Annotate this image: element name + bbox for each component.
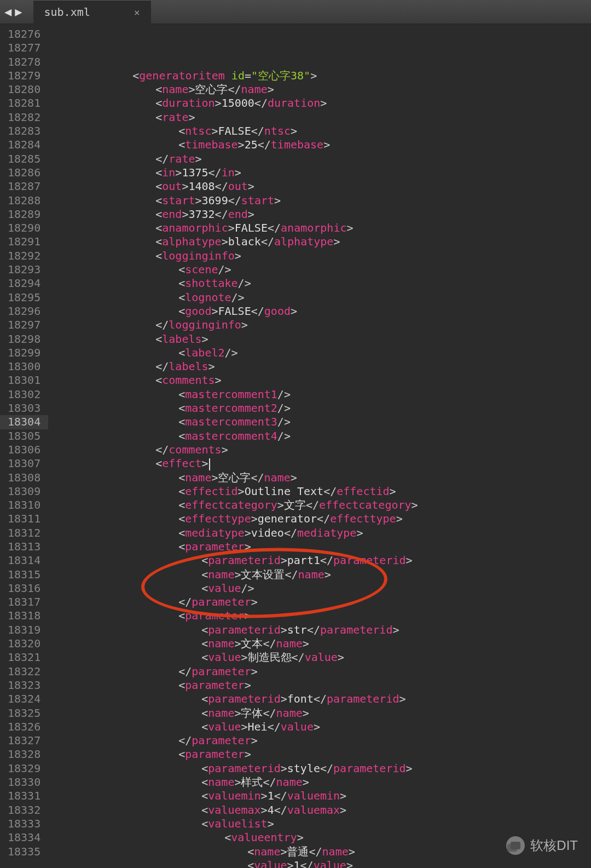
code-line[interactable]: <effectcategory>文字</effectcategory> — [50, 498, 591, 512]
code-line[interactable]: </parameter> — [50, 734, 591, 748]
code-line[interactable]: <value>1</value> — [50, 859, 591, 868]
line-number-gutter: 1827618277182781827918280182811828218283… — [0, 24, 48, 868]
code-editor[interactable]: 1827618277182781827918280182811828218283… — [0, 24, 591, 868]
code-line[interactable]: <generatoritem id="空心字38"> — [50, 69, 591, 83]
code-line[interactable]: </rate> — [50, 152, 591, 166]
line-number: 18332 — [8, 803, 40, 817]
code-line[interactable]: <mastercomment1/> — [50, 388, 591, 401]
code-line[interactable]: <in>1375</in> — [50, 166, 591, 180]
code-line[interactable]: <value>制造民怨</value> — [50, 651, 591, 664]
code-line[interactable]: <parameterid>str</parameterid> — [50, 623, 591, 637]
code-line[interactable]: <scene/> — [50, 263, 591, 277]
line-number: 18276 — [8, 27, 40, 41]
watermark-text: 软核DIT — [530, 837, 578, 854]
code-line[interactable]: <mastercomment4/> — [50, 429, 591, 443]
code-line[interactable]: <parameterid>part1</parameterid> — [50, 554, 591, 567]
code-line[interactable]: <parameterid>style</parameterid> — [50, 762, 591, 775]
line-number: 18283 — [8, 124, 40, 138]
line-number: 18292 — [8, 249, 40, 263]
line-number: 18291 — [8, 235, 40, 249]
line-number: 18282 — [8, 111, 40, 124]
line-number: 18333 — [8, 817, 40, 831]
code-line[interactable]: <timebase>25</timebase> — [50, 138, 591, 152]
code-line[interactable]: <comments> — [50, 373, 591, 387]
line-number: 18328 — [8, 748, 40, 761]
forward-icon[interactable]: ▶ — [15, 5, 22, 19]
code-line[interactable]: <effect> — [50, 457, 591, 470]
code-line[interactable]: <name>样式</name> — [50, 775, 591, 789]
line-number: 18325 — [8, 706, 40, 720]
code-line[interactable]: <name>文本</name> — [50, 637, 591, 651]
line-number: 18331 — [8, 789, 40, 803]
code-line[interactable]: <parameter> — [50, 748, 591, 761]
line-number: 18334 — [8, 831, 40, 844]
code-line[interactable]: <mastercomment2/> — [50, 401, 591, 415]
line-number: 18304 — [0, 415, 48, 429]
tab-active[interactable]: sub.xml × — [33, 0, 151, 24]
code-line[interactable]: <good>FALSE</good> — [50, 304, 591, 318]
code-line[interactable]: <logginginfo> — [50, 249, 591, 263]
line-number: 18303 — [8, 401, 40, 415]
code-line[interactable]: </parameter> — [50, 595, 591, 609]
back-icon[interactable]: ◀ — [4, 5, 11, 19]
code-line[interactable]: <name>空心字</name> — [50, 83, 591, 96]
code-line[interactable]: <mediatype>video</mediatype> — [50, 526, 591, 540]
line-number: 18279 — [8, 69, 40, 83]
line-number: 18315 — [8, 568, 40, 582]
line-number: 18319 — [8, 623, 40, 637]
line-number: 18287 — [8, 180, 40, 193]
code-line[interactable]: </labels> — [50, 360, 591, 373]
line-number: 18314 — [8, 554, 40, 567]
line-number: 18329 — [8, 762, 40, 775]
line-number: 18278 — [8, 55, 40, 69]
line-number: 18322 — [8, 665, 40, 679]
code-line[interactable]: <effecttype>generator</effecttype> — [50, 512, 591, 526]
line-number: 18301 — [8, 373, 40, 387]
close-icon[interactable]: × — [134, 7, 140, 18]
line-number: 18307 — [8, 457, 40, 470]
code-line[interactable]: <parameter> — [50, 679, 591, 692]
code-line[interactable]: <alphatype>black</alphatype> — [50, 235, 591, 249]
line-number: 18280 — [8, 83, 40, 96]
code-line[interactable]: <effectid>Outline Text</effectid> — [50, 485, 591, 498]
code-line[interactable]: <value>Hei</value> — [50, 720, 591, 734]
code-line[interactable]: <name>字体</name> — [50, 706, 591, 720]
code-line[interactable]: <parameter> — [50, 540, 591, 554]
code-line[interactable]: <valuemax>4</valuemax> — [50, 803, 591, 817]
line-number: 18281 — [8, 96, 40, 110]
code-line[interactable]: <parameterid>font</parameterid> — [50, 692, 591, 706]
code-line[interactable]: <valuelist> — [50, 817, 591, 831]
line-number: 18330 — [8, 775, 40, 789]
line-number: 18323 — [8, 679, 40, 692]
line-number: 18317 — [8, 595, 40, 609]
code-area[interactable]: <generatoritem id="空心字38"><name>空心字</nam… — [48, 24, 591, 868]
line-number: 18294 — [8, 277, 40, 290]
line-number: 18289 — [8, 208, 40, 221]
code-line[interactable]: <mastercomment3/> — [50, 415, 591, 429]
code-line[interactable]: <lognote/> — [50, 291, 591, 304]
code-line[interactable]: <out>1408</out> — [50, 180, 591, 193]
code-line[interactable]: <shottake/> — [50, 277, 591, 290]
code-line[interactable]: <duration>15000</duration> — [50, 96, 591, 110]
code-line[interactable]: <rate> — [50, 111, 591, 124]
code-line[interactable]: <parameter> — [50, 609, 591, 623]
code-line[interactable]: <label2/> — [50, 346, 591, 360]
code-line[interactable]: <name>文本设置</name> — [50, 568, 591, 582]
code-line[interactable]: <ntsc>FALSE</ntsc> — [50, 124, 591, 138]
line-number: 18299 — [8, 346, 40, 360]
code-line[interactable]: <value/> — [50, 582, 591, 595]
wechat-icon — [506, 836, 525, 855]
code-line[interactable]: <labels> — [50, 332, 591, 346]
nav-arrows: ◀ ▶ — [4, 5, 22, 19]
code-line[interactable]: </comments> — [50, 443, 591, 457]
line-number: 18305 — [8, 429, 40, 443]
code-line[interactable]: </logginginfo> — [50, 318, 591, 332]
code-line[interactable]: </parameter> — [50, 665, 591, 679]
code-line[interactable]: <name>空心字</name> — [50, 471, 591, 485]
code-line[interactable]: <valuemin>1</valuemin> — [50, 789, 591, 803]
code-line[interactable]: <start>3699</start> — [50, 194, 591, 208]
line-number: 18316 — [8, 582, 40, 595]
code-line[interactable]: <anamorphic>FALSE</anamorphic> — [50, 221, 591, 235]
line-number: 18284 — [8, 138, 40, 152]
code-line[interactable]: <end>3732</end> — [50, 208, 591, 221]
